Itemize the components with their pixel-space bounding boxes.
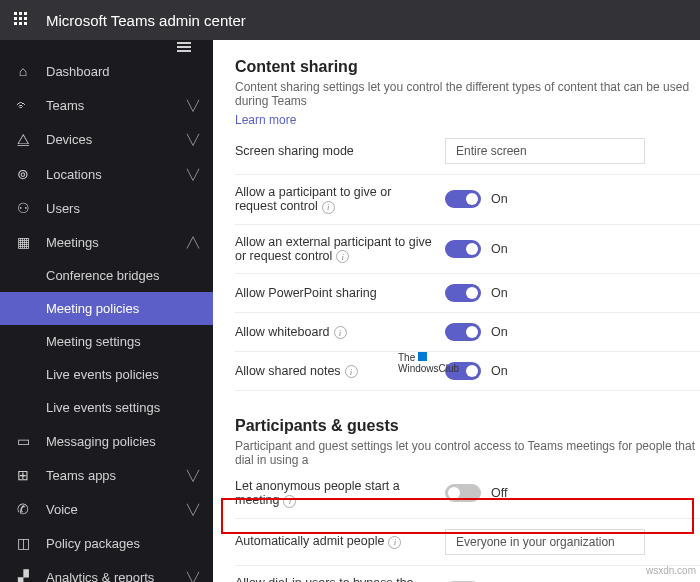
chevron-down-icon: ╲╱ bbox=[187, 169, 199, 180]
collapse-button[interactable] bbox=[0, 40, 213, 54]
section-title: Participants & guests bbox=[235, 417, 700, 435]
logo-square-icon bbox=[418, 352, 427, 361]
sidebar-subitem[interactable]: Meeting policies bbox=[0, 292, 213, 325]
sidebar-item-locations[interactable]: ⊚Locations╲╱ bbox=[0, 157, 213, 191]
main-content: Content sharing Content sharing settings… bbox=[213, 40, 700, 582]
nav-label: Teams bbox=[46, 98, 187, 113]
nav-icon: ⌂ bbox=[14, 63, 32, 79]
section-title: Content sharing bbox=[235, 58, 700, 76]
chevron-up-icon: ╱╲ bbox=[187, 237, 199, 248]
section-desc: Content sharing settings let you control… bbox=[235, 80, 700, 108]
sidebar-subitem[interactable]: Meeting settings bbox=[0, 325, 213, 358]
info-icon[interactable]: i bbox=[334, 326, 347, 339]
sidebar-subitem[interactable]: Conference bridges bbox=[0, 259, 213, 292]
select-box[interactable]: Everyone in your organization bbox=[445, 529, 645, 555]
setting-row: Allow dial-in users to bypass the lobbyi… bbox=[235, 566, 700, 583]
setting-row: Allow PowerPoint sharingOn bbox=[235, 274, 700, 313]
sidebar-item-teams[interactable]: ᯤTeams╲╱ bbox=[0, 88, 213, 122]
sidebar-item-analytics-reports[interactable]: ▞Analytics & reports╲╱ bbox=[0, 560, 213, 582]
toggle-state: On bbox=[491, 286, 508, 300]
nav-icon: ▭ bbox=[14, 433, 32, 449]
setting-label: Allow PowerPoint sharing bbox=[235, 286, 445, 300]
chevron-down-icon: ╲╱ bbox=[187, 134, 199, 145]
toggle-state: Off bbox=[491, 486, 507, 500]
chevron-down-icon: ╲╱ bbox=[187, 100, 199, 111]
info-icon[interactable]: i bbox=[283, 495, 296, 508]
setting-label: Automatically admit peoplei bbox=[235, 534, 445, 549]
credit-text: wsxdn.com bbox=[646, 565, 696, 576]
nav-icon: ✆ bbox=[14, 501, 32, 517]
chevron-down-icon: ╲╱ bbox=[187, 470, 199, 481]
nav-label: Messaging policies bbox=[46, 434, 199, 449]
nav-icon: ᯤ bbox=[14, 97, 32, 113]
toggle[interactable] bbox=[445, 190, 481, 208]
nav-label: Voice bbox=[46, 502, 187, 517]
nav-icon: ⊞ bbox=[14, 467, 32, 483]
nav-label: Analytics & reports bbox=[46, 570, 187, 583]
setting-row: Allow whiteboardiOn bbox=[235, 313, 700, 352]
sidebar: ⌂DashboardᯤTeams╲╱⧋Devices╲╱⊚Locations╲╱… bbox=[0, 40, 213, 582]
nav-icon: ◫ bbox=[14, 535, 32, 551]
setting-row: Automatically admit peopleiEveryone in y… bbox=[235, 519, 700, 566]
info-icon[interactable]: i bbox=[322, 201, 335, 214]
sidebar-item-users[interactable]: ⚇Users bbox=[0, 191, 213, 225]
chevron-down-icon: ╲╱ bbox=[187, 504, 199, 515]
hamburger-icon bbox=[177, 40, 191, 54]
setting-label: Allow a participant to give or request c… bbox=[235, 185, 445, 214]
toggle[interactable] bbox=[445, 240, 481, 258]
setting-row: Allow a participant to give or request c… bbox=[235, 175, 700, 225]
toggle-state: On bbox=[491, 192, 508, 206]
watermark: The WindowsClub bbox=[398, 352, 459, 374]
setting-row: Screen sharing modeEntire screen bbox=[235, 128, 700, 175]
setting-label: Allow dial-in users to bypass the lobbyi bbox=[235, 576, 445, 583]
sidebar-item-voice[interactable]: ✆Voice╲╱ bbox=[0, 492, 213, 526]
sidebar-subitem[interactable]: Live events settings bbox=[0, 391, 213, 424]
nav-label: Users bbox=[46, 201, 199, 216]
setting-label: Allow whiteboardi bbox=[235, 325, 445, 340]
nav-label: Dashboard bbox=[46, 64, 199, 79]
sidebar-item-teams-apps[interactable]: ⊞Teams apps╲╱ bbox=[0, 458, 213, 492]
nav-label: Devices bbox=[46, 132, 187, 147]
toggle[interactable] bbox=[445, 484, 481, 502]
app-header: Microsoft Teams admin center bbox=[0, 0, 700, 40]
learn-more-link[interactable]: Learn more bbox=[235, 113, 296, 127]
toggle[interactable] bbox=[445, 323, 481, 341]
sidebar-item-devices[interactable]: ⧋Devices╲╱ bbox=[0, 122, 213, 157]
setting-label: Screen sharing mode bbox=[235, 144, 445, 158]
toggle-state: On bbox=[491, 242, 508, 256]
nav-icon: ⊚ bbox=[14, 166, 32, 182]
chevron-down-icon: ╲╱ bbox=[187, 572, 199, 583]
section-desc: Participant and guest settings let you c… bbox=[235, 439, 700, 467]
setting-row: Let anonymous people start a meetingiOff bbox=[235, 469, 700, 519]
nav-icon: ▦ bbox=[14, 234, 32, 250]
setting-row: Allow an external participant to give or… bbox=[235, 225, 700, 275]
nav-icon: ⧋ bbox=[14, 131, 32, 148]
sidebar-item-messaging-policies[interactable]: ▭Messaging policies bbox=[0, 424, 213, 458]
nav-icon: ⚇ bbox=[14, 200, 32, 216]
nav-label: Meetings bbox=[46, 235, 187, 250]
info-icon[interactable]: i bbox=[336, 250, 349, 263]
info-icon[interactable]: i bbox=[345, 365, 358, 378]
setting-label: Allow an external participant to give or… bbox=[235, 235, 445, 264]
setting-label: Let anonymous people start a meetingi bbox=[235, 479, 445, 508]
nav-label: Policy packages bbox=[46, 536, 199, 551]
nav-label: Locations bbox=[46, 167, 187, 182]
toggle[interactable] bbox=[445, 284, 481, 302]
toggle-state: On bbox=[491, 364, 508, 378]
sidebar-item-policy-packages[interactable]: ◫Policy packages bbox=[0, 526, 213, 560]
toggle-state: On bbox=[491, 325, 508, 339]
nav-icon: ▞ bbox=[14, 569, 32, 582]
sidebar-item-meetings[interactable]: ▦Meetings╱╲ bbox=[0, 225, 213, 259]
sidebar-item-dashboard[interactable]: ⌂Dashboard bbox=[0, 54, 213, 88]
app-title: Microsoft Teams admin center bbox=[46, 12, 246, 29]
nav-label: Teams apps bbox=[46, 468, 187, 483]
waffle-icon[interactable] bbox=[14, 12, 30, 28]
info-icon[interactable]: i bbox=[388, 536, 401, 549]
sidebar-subitem[interactable]: Live events policies bbox=[0, 358, 213, 391]
select-box[interactable]: Entire screen bbox=[445, 138, 645, 164]
setting-row: Allow shared notesiOn bbox=[235, 352, 700, 391]
